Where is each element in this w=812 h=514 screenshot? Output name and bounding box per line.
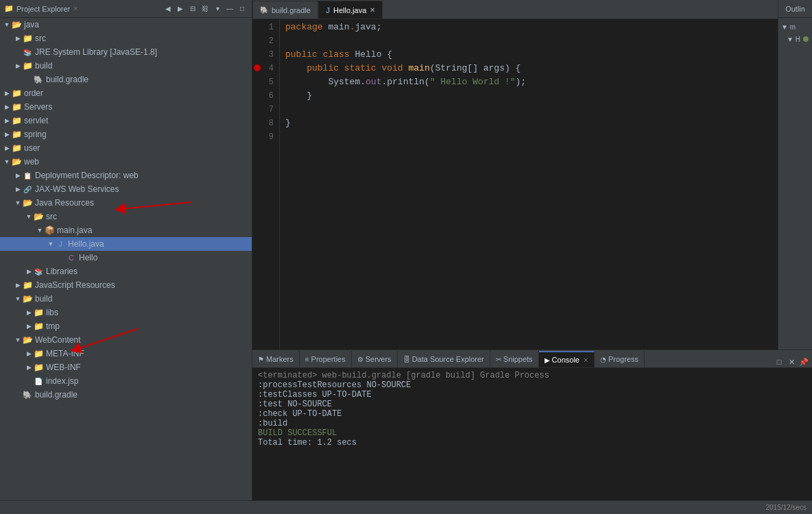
code-line-2	[285, 34, 772, 48]
toggle-tmp[interactable]: ▶	[25, 322, 33, 330]
tree-item-order[interactable]: ▶ 📁 order	[0, 86, 252, 100]
menu-icon[interactable]: ▾	[212, 3, 223, 14]
toggle-web[interactable]: ▼	[3, 158, 11, 166]
tree-item-jaxws[interactable]: ▶ 🔗 JAX-WS Web Services	[0, 182, 252, 196]
bottom-panel: ⚑ Markers ≡ Properties ⚙ Servers 🗄 Data …	[252, 350, 812, 500]
link-icon[interactable]: ⛓	[200, 3, 211, 14]
toggle-order[interactable]: ▶	[3, 89, 11, 97]
toggle-main-java[interactable]: ▼	[36, 226, 44, 234]
tree-item-jre[interactable]: ▶ 📚 JRE System Library [JavaSE-1.8]	[0, 45, 252, 59]
toggle-java[interactable]: ▼	[3, 21, 11, 29]
tree-item-build2[interactable]: ▼ 📂 build	[0, 292, 252, 306]
tab-hello-java[interactable]: J Hello.java ✕	[318, 1, 383, 19]
gradle-icon: 🐘	[33, 74, 44, 85]
tree-label-src2: src	[46, 212, 57, 221]
tree-item-build[interactable]: ▶ 📁 build	[0, 59, 252, 73]
tree-item-user[interactable]: ▶ 📁 user	[0, 141, 252, 155]
tab-close-icon[interactable]: ✕	[370, 6, 375, 14]
tab-console[interactable]: ▶ Console ✕	[539, 351, 595, 367]
line-num-7: 7	[252, 103, 274, 117]
toggle-hello-java[interactable]: ▼	[47, 240, 55, 248]
tree-label-build: build	[35, 61, 52, 71]
toggle-jre[interactable]: ▶	[14, 48, 22, 56]
console-close-badge: ✕	[583, 356, 588, 364]
datasource-icon: 🗄	[403, 356, 410, 363]
tree-item-web-inf[interactable]: ▶ 📁 WEB-INF	[0, 360, 252, 374]
tree-item-js-resources[interactable]: ▶ 📁 JavaScript Resources	[0, 278, 252, 292]
tree-item-java[interactable]: ▼ 📂 java	[0, 18, 252, 32]
tab-properties-label: Properties	[311, 355, 346, 363]
toggle-src[interactable]: ▶	[14, 34, 22, 42]
clear-console-icon[interactable]: □	[774, 356, 785, 367]
tree-item-src[interactable]: ▶ 📁 src	[0, 32, 252, 45]
close-badge: ✕	[73, 5, 78, 12]
tab-console-label: Console	[552, 356, 580, 364]
toggle-java-res[interactable]: ▼	[14, 199, 22, 207]
tree-item-index-jsp[interactable]: ▶ 📄 index.jsp	[0, 374, 252, 388]
line-num-9: 9	[252, 130, 274, 144]
console-line-2: :testClasses UP-TO-DATE	[258, 390, 807, 400]
tree-item-build-gradle-root[interactable]: ▶ 🐘 build.gradle	[0, 388, 252, 402]
back-icon[interactable]: ◀	[163, 3, 174, 14]
outline-content: ▼ m ▼ H	[778, 18, 812, 350]
toggle-servers[interactable]: ▶	[3, 103, 11, 111]
toggle-src2[interactable]: ▼	[25, 212, 33, 221]
toggle-build[interactable]: ▶	[14, 62, 22, 70]
toggle-libs[interactable]: ▶	[25, 308, 33, 317]
collapse-icon[interactable]: ⊟	[187, 3, 198, 14]
package-icon: 📦	[44, 225, 55, 236]
tree-item-hello-class[interactable]: ▶ C Hello	[0, 251, 252, 265]
tree-item-webcontent[interactable]: ▼ 📂 WebContent	[0, 333, 252, 347]
class-icon: C	[66, 252, 77, 263]
hello-java-icon: J	[55, 238, 66, 249]
console-icon: ▶	[545, 356, 550, 364]
close-console-icon[interactable]: ✕	[786, 356, 797, 367]
toggle-servlet[interactable]: ▶	[3, 117, 11, 125]
forward-icon[interactable]: ▶	[175, 3, 186, 14]
toggle-meta-inf[interactable]: ▶	[25, 350, 33, 358]
tab-snippets[interactable]: ✂ Snippets	[490, 351, 539, 367]
tree-item-spring[interactable]: ▶ 📁 spring	[0, 127, 252, 141]
line-num-5: 5	[252, 75, 274, 89]
tab-progress[interactable]: ◔ Progress	[595, 351, 645, 367]
tree-item-hello-java[interactable]: ▼ J Hello.java	[0, 237, 252, 251]
tab-properties[interactable]: ≡ Properties	[300, 351, 352, 367]
web-inf-icon: 📁	[33, 362, 44, 373]
tab-markers[interactable]: ⚑ Markers	[252, 351, 300, 367]
tree-item-java-resources[interactable]: ▼ 📂 Java Resources	[0, 196, 252, 210]
tree-item-web[interactable]: ▼ 📂 web	[0, 155, 252, 169]
toggle-jaxws[interactable]: ▶	[14, 185, 22, 193]
toggle-build2[interactable]: ▼	[14, 295, 22, 303]
code-content[interactable]: package main.java; public class Hello { …	[280, 19, 778, 350]
no-toggle: ▶	[58, 254, 66, 262]
console-line-4: :check UP-TO-DATE	[258, 409, 807, 419]
pin-icon[interactable]: 📌	[798, 356, 809, 367]
toggle-js-res[interactable]: ▶	[14, 281, 22, 289]
tree-label-servers: Servers	[24, 102, 52, 112]
code-line-3: public class Hello {	[285, 48, 772, 62]
toggle-webcontent[interactable]: ▼	[14, 336, 22, 344]
tree-item-src2[interactable]: ▼ 📂 src	[0, 210, 252, 223]
tree-item-libraries[interactable]: ▶ 📚 Libraries	[0, 265, 252, 278]
tree-item-tmp[interactable]: ▶ 📁 tmp	[0, 319, 252, 333]
minimize-icon[interactable]: —	[224, 3, 235, 14]
java-folder-icon: 📂	[11, 19, 22, 30]
tab-servers[interactable]: ⚙ Servers	[352, 351, 398, 367]
tree-label-java: java	[24, 20, 39, 29]
tree-label-servlet: servlet	[24, 116, 48, 125]
tree-item-servlet[interactable]: ▶ 📁 servlet	[0, 114, 252, 127]
toggle-libraries[interactable]: ▶	[25, 267, 33, 276]
tree-item-deployment[interactable]: ▶ 📋 Deployment Descriptor: web	[0, 169, 252, 182]
tab-build-gradle[interactable]: 🐘 build.gradle	[252, 1, 318, 19]
maximize-icon[interactable]: □	[237, 3, 248, 14]
tree-item-libs[interactable]: ▶ 📁 libs	[0, 306, 252, 319]
toggle-spring[interactable]: ▶	[3, 130, 11, 138]
toggle-deploy[interactable]: ▶	[14, 171, 22, 180]
tab-datasource[interactable]: 🗄 Data Source Explorer	[398, 351, 490, 367]
tree-item-build-gradle[interactable]: ▶ 🐘 build.gradle	[0, 73, 252, 86]
toggle-user[interactable]: ▶	[3, 144, 11, 152]
tree-item-meta-inf[interactable]: ▶ 📁 META-INF	[0, 347, 252, 360]
toggle-web-inf[interactable]: ▶	[25, 363, 33, 371]
tree-item-servers[interactable]: ▶ 📁 Servers	[0, 100, 252, 114]
tree-item-main-java[interactable]: ▼ 📦 main.java	[0, 223, 252, 237]
